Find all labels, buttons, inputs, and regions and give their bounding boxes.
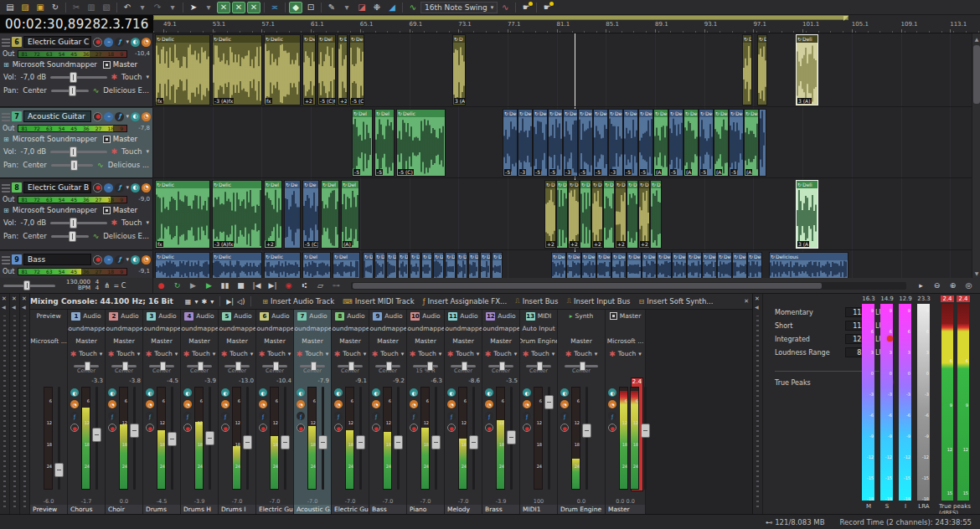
automation-mode[interactable]: Touch (116, 350, 135, 357)
strip-name[interactable]: MIDI1 (520, 505, 557, 514)
tempo-slider-handle[interactable] (23, 280, 30, 290)
fader-handle[interactable] (92, 428, 101, 442)
audio-clip[interactable]: ↻De (747, 252, 762, 278)
fader-handle[interactable] (243, 435, 252, 449)
go-to-start-button[interactable]: |◀ (250, 280, 264, 292)
properties-caret-icon[interactable]: ▾ (210, 298, 214, 306)
audio-clip[interactable]: ↻D (650, 180, 662, 249)
fx-icon[interactable]: ƒ (221, 412, 230, 420)
strip-fader-lane[interactable] (397, 387, 400, 490)
interactive-tutorials-icon[interactable]: ☛ (540, 2, 554, 13)
automation-mode[interactable]: Touch (531, 350, 549, 357)
groove-select[interactable]: 16th Note Swing▾ (420, 2, 498, 13)
fader-handle[interactable] (54, 463, 64, 477)
automation-mode[interactable]: Touch (79, 350, 97, 357)
audio-clip[interactable]: ↻D (456, 252, 467, 278)
track-fx-button[interactable]: ƒ (115, 112, 124, 121)
gain-button[interactable]: ◔ (142, 112, 151, 121)
pan-slider[interactable] (451, 365, 477, 367)
record-arm-icon[interactable]: ● (334, 424, 343, 432)
phase-button[interactable]: ◐ (131, 38, 140, 47)
mixer-strip[interactable]: ▸SynthMaster✱Touch▾Center◐◔ƒ●61218240.0D… (558, 310, 606, 514)
mute-button[interactable]: – (104, 255, 113, 264)
audio-clip[interactable]: ↻De(A (744, 109, 759, 177)
chevron-down-icon[interactable]: ▾ (126, 113, 129, 120)
phase-icon[interactable]: ◐ (372, 388, 380, 397)
audio-clip[interactable]: ↻D (398, 252, 409, 278)
audio-clip[interactable]: ↻De-5 (548, 109, 563, 177)
fader-handle[interactable] (281, 435, 290, 449)
automation-mode[interactable]: Touch (305, 350, 323, 357)
volume-slider[interactable] (50, 151, 106, 153)
close-icon[interactable]: ✕ (12, 295, 17, 302)
pan-slider-handle[interactable] (235, 362, 241, 371)
gain-icon[interactable]: ◔ (334, 400, 343, 408)
audio-clip[interactable]: ↻De-5 (578, 109, 593, 177)
fader-handle[interactable] (582, 424, 591, 438)
pan-slider[interactable] (224, 365, 250, 367)
record-arm-icon[interactable]: ● (608, 424, 616, 432)
timeline-lanes[interactable]: ↻Delicfx↻Delic-3 (A)fx↻Delicfx↻De+2↻Del-… (153, 33, 980, 278)
mixer-strip[interactable]: 8AudioSoundmapperMaster✱Touch▾Center-9.1… (332, 310, 369, 514)
strip-fader-lane[interactable] (472, 387, 475, 490)
audio-clip[interactable]: ↻De (702, 252, 717, 278)
pan-slider-handle[interactable] (122, 362, 128, 371)
audio-clip[interactable]: ↻De-5 (C) (349, 34, 364, 105)
insert-button-1[interactable]: ⌨Insert MIDI Track (343, 297, 414, 306)
audio-clip[interactable]: ↻D+2 (591, 180, 603, 249)
go-to-end-button[interactable]: ▶| (266, 280, 280, 292)
properties-gear-icon[interactable]: ✱ (201, 298, 207, 306)
audio-clip[interactable]: ↻Del(A) (341, 180, 359, 249)
strip-fader-lane[interactable] (322, 387, 324, 490)
pan-slider-handle[interactable] (537, 362, 543, 371)
audio-clip[interactable]: ↻Delicious (769, 252, 848, 278)
clip-fx-name[interactable]: Delicious ... (108, 161, 149, 169)
track-drag-handle[interactable] (2, 254, 10, 264)
pan-slider-handle[interactable] (85, 362, 90, 371)
strip-name[interactable]: Chorus (68, 505, 105, 514)
audio-clip[interactable]: ↻De-5 (699, 109, 714, 177)
fx-icon[interactable]: ƒ (334, 412, 343, 420)
record-arm-icon[interactable]: ● (221, 424, 230, 432)
docked-panel-rail-3[interactable]: ✕◀ (20, 294, 30, 514)
automation-mode[interactable]: Touch (380, 350, 399, 357)
snap-icon[interactable]: ◆ (289, 2, 302, 13)
clip-fx-name[interactable]: Delicious E... (103, 232, 149, 240)
strip-fader-lane[interactable] (284, 387, 286, 490)
bus-assign-button[interactable]: Master (101, 205, 140, 215)
mixer-strip[interactable]: MasterMicrosoft ...✱Touch▾2.4◐◔ƒ●6121824… (606, 310, 646, 514)
vertical-scroll-thumb[interactable] (973, 45, 980, 104)
play-from-start-button[interactable]: ▶ (186, 280, 200, 292)
fx-icon[interactable]: ƒ (108, 412, 116, 420)
automation-gear-icon[interactable]: ✱ (70, 350, 77, 358)
gain-icon[interactable]: ◔ (447, 400, 456, 408)
automation-gear-icon[interactable]: ✱ (523, 350, 529, 358)
gain-button[interactable]: ◔ (142, 183, 151, 193)
record-arm-icon[interactable]: ● (108, 424, 116, 432)
pan-slider[interactable] (187, 365, 213, 367)
phase-icon[interactable]: ◐ (221, 388, 230, 397)
gain-icon[interactable]: ◔ (70, 400, 79, 408)
insert-button-0[interactable]: ⊞Insert Audio Track (262, 297, 334, 306)
volume-slider-handle[interactable] (70, 146, 77, 157)
pan-slider[interactable] (526, 365, 552, 367)
chevron-down-icon[interactable]: ▾ (552, 351, 555, 357)
pan-slider-handle[interactable] (462, 362, 467, 371)
fx-icon[interactable]: ƒ (608, 412, 616, 420)
gain-icon[interactable]: ◔ (560, 400, 569, 408)
track-drag-handle[interactable] (2, 37, 10, 47)
record-arm-icon[interactable]: ● (523, 424, 531, 432)
undo-icon[interactable]: ↶ (121, 2, 134, 13)
track-fx-button[interactable]: ƒ (115, 255, 124, 264)
strip-name[interactable]: Acoustic G... (294, 505, 331, 514)
audio-clip[interactable]: ↻D (363, 252, 374, 278)
mixer-close-icon[interactable]: ✕ (744, 298, 749, 305)
automation-gear-icon[interactable]: ✱ (297, 350, 303, 358)
mute-button[interactable]: – (104, 112, 113, 121)
automation-mode[interactable]: Touch (418, 350, 436, 357)
chevron-down-icon[interactable]: ▾ (213, 351, 216, 357)
horizontal-scroll-thumb[interactable] (353, 283, 822, 289)
audio-clip[interactable]: ↻De (687, 252, 702, 278)
audio-clip[interactable]: ↻Delic (155, 252, 210, 278)
paint-tool-icon[interactable]: ✕ (247, 2, 260, 13)
